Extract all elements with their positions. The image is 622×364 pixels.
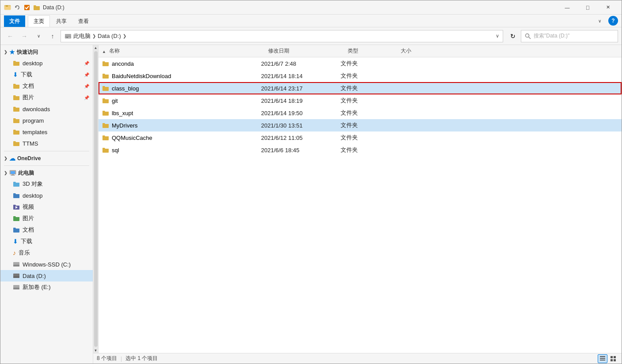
sidebar-item-docs-quick[interactable]: 文档 📌 [0, 80, 93, 92]
forward-button[interactable]: → [18, 30, 30, 42]
file-date: 2021/6/14 23:17 [261, 85, 303, 92]
tab-home[interactable]: 主页 [28, 15, 50, 27]
tab-share[interactable]: 共享 [51, 15, 72, 27]
sidebar-item-data-d[interactable]: Data (D:) [0, 270, 93, 281]
file-name-cell: git [102, 98, 261, 104]
folder-icon [102, 147, 109, 153]
close-button[interactable]: ✕ [598, 0, 618, 15]
sidebar-item-docs-pc[interactable]: 文档 [0, 224, 93, 236]
sidebar-item-downloads-pc[interactable]: ⬇ 下载 [0, 236, 93, 247]
sidebar-item-new-volume-e[interactable]: 新加卷 (E:) [0, 281, 93, 293]
table-row-selected[interactable]: class_blog 2021/6/14 23:17 文件夹 [99, 82, 622, 94]
table-row[interactable]: anconda 2021/6/7 2:48 文件夹 [99, 57, 622, 70]
table-row[interactable]: BaiduNetdiskDownload 2021/6/14 18:14 文件夹 [99, 70, 622, 82]
ribbon-tabs: 文件 主页 共享 查看 ∨ ? [0, 15, 622, 27]
address-area: ← → ∨ ↑ 此电脑 ❯ Data (D:) ❯ ∨ ↻ 搜索"Data (D… [0, 27, 622, 45]
file-date: 2021/6/14 19:50 [261, 110, 303, 116]
file-type-cell: 文件夹 [341, 121, 394, 129]
col-header-name[interactable]: 名称 [107, 47, 266, 55]
file-list-container: ▲ 名称 修改日期 类型 大小 [99, 45, 622, 353]
tab-file[interactable]: 文件 [4, 15, 25, 27]
minimize-button[interactable]: — [557, 0, 577, 15]
svg-rect-14 [11, 175, 15, 176]
details-view-icon [599, 356, 606, 362]
table-row[interactable]: QQMusicCache 2021/6/12 11:05 文件夹 [99, 131, 622, 144]
sidebar-item-desktop-pc[interactable]: desktop [0, 190, 93, 201]
col-header-size[interactable]: 大小 [399, 47, 443, 55]
address-path-pc: 此电脑 [73, 32, 91, 40]
file-type-cell: 文件夹 [341, 109, 394, 117]
ribbon-collapse-button[interactable]: ∨ [593, 15, 606, 27]
large-icons-view-button[interactable] [608, 354, 618, 363]
sidebar-separator-2 [4, 165, 89, 166]
content-inner: ▲ ▼ ▲ 名称 修改日期 [93, 45, 622, 353]
window-icon [4, 4, 11, 11]
main-layout: ❯ ★ 快速访问 desktop 📌 ⬇ 下载 📌 文档 📌 [0, 45, 622, 364]
sidebar-item-pictures-pc[interactable]: 图片 [0, 213, 93, 224]
sidebar-section-onedrive[interactable]: ❯ ☁ OneDrive [0, 153, 93, 164]
tab-view[interactable]: 查看 [73, 15, 94, 27]
sidebar-item-label: 音乐 [19, 249, 30, 257]
help-button[interactable]: ? [608, 16, 618, 26]
sidebar-item-label: 文档 [23, 82, 34, 90]
status-bar: 8 个项目 | 选中 1 个项目 [93, 353, 622, 364]
sidebar-item-windows-ssd[interactable]: Windows-SSD (C:) [0, 259, 93, 270]
file-date: 2021/6/12 11:05 [261, 135, 303, 141]
folder-icon [102, 122, 109, 128]
back-button[interactable]: ← [4, 30, 16, 42]
table-row[interactable]: sql 2021/6/6 18:45 文件夹 [99, 144, 622, 156]
sidebar-item-label: templates [23, 129, 47, 135]
large-icons-icon [610, 356, 616, 362]
sidebar-item-video[interactable]: 视频 [0, 201, 93, 213]
up-button[interactable]: ↑ [46, 30, 59, 42]
svg-rect-23 [600, 358, 605, 359]
address-dropdown[interactable]: ∨ [496, 33, 499, 39]
scroll-up-arrow[interactable]: ▲ [93, 45, 99, 50]
details-view-button[interactable] [598, 354, 607, 363]
onedrive-expand-icon: ❯ [4, 156, 8, 161]
table-row[interactable]: MyDrivers 2021/1/30 13:51 文件夹 [99, 119, 622, 131]
sidebar-item-music[interactable]: ♪ 音乐 [0, 247, 93, 259]
file-date-cell: 2021/6/7 2:48 [261, 60, 341, 67]
file-type: 文件夹 [341, 60, 358, 68]
file-type: 文件夹 [341, 134, 358, 142]
sidebar-item-desktop-quick[interactable]: desktop 📌 [0, 57, 93, 69]
scroll-thumb[interactable] [94, 51, 98, 347]
sidebar-section-this-pc[interactable]: ❯ 此电脑 [0, 168, 93, 178]
address-sep-2: ❯ [123, 34, 126, 38]
sidebar-section-quick-access[interactable]: ❯ ★ 快速访问 [0, 47, 93, 57]
pc-icon [9, 170, 16, 176]
table-row[interactable]: git 2021/6/14 18:19 文件夹 [99, 94, 622, 107]
address-bar[interactable]: 此电脑 ❯ Data (D:) ❯ ∨ [61, 30, 503, 42]
sidebar-item-templates[interactable]: templates [0, 126, 93, 138]
download-icon: ⬇ [13, 71, 18, 78]
search-placeholder: 搜索"Data (D:)" [534, 32, 569, 40]
table-row[interactable]: lbs_xupt 2021/6/14 19:50 文件夹 [99, 107, 622, 119]
file-type: 文件夹 [341, 72, 358, 80]
sidebar-item-ttms[interactable]: TTMS [0, 138, 93, 149]
svg-rect-12 [11, 171, 15, 174]
sidebar-item-3d-objects[interactable]: 3D 对象 [0, 178, 93, 190]
undo-icon[interactable] [14, 4, 21, 11]
file-date: 2021/6/7 2:48 [261, 60, 296, 67]
svg-rect-8 [68, 37, 71, 38]
scroll-down-arrow[interactable]: ▼ [93, 348, 99, 353]
maximize-button[interactable]: ⎕ [577, 0, 598, 15]
col-header-type[interactable]: 类型 [346, 47, 399, 55]
sidebar-item-program[interactable]: program [0, 115, 93, 126]
sort-arrow-area: ▲ [102, 48, 107, 54]
search-bar[interactable]: 搜索"Data (D:)" [521, 30, 618, 42]
drive-d-icon [13, 273, 20, 279]
checkmark-icon[interactable] [23, 4, 30, 11]
svg-rect-19 [13, 276, 19, 278]
sidebar-item-downloads-quick[interactable]: ⬇ 下载 📌 [0, 69, 93, 80]
svg-point-7 [65, 37, 66, 38]
svg-rect-24 [600, 360, 605, 360]
col-header-date[interactable]: 修改日期 [266, 47, 346, 55]
sidebar-item-label: 下载 [21, 71, 32, 79]
sidebar-item-pictures-quick[interactable]: 图片 📌 [0, 92, 93, 103]
sidebar-item-dwonloads[interactable]: dwonloads [0, 103, 93, 115]
refresh-button[interactable]: ↻ [507, 30, 519, 42]
expand-button[interactable]: ∨ [32, 30, 45, 42]
folder-icon [13, 83, 20, 89]
